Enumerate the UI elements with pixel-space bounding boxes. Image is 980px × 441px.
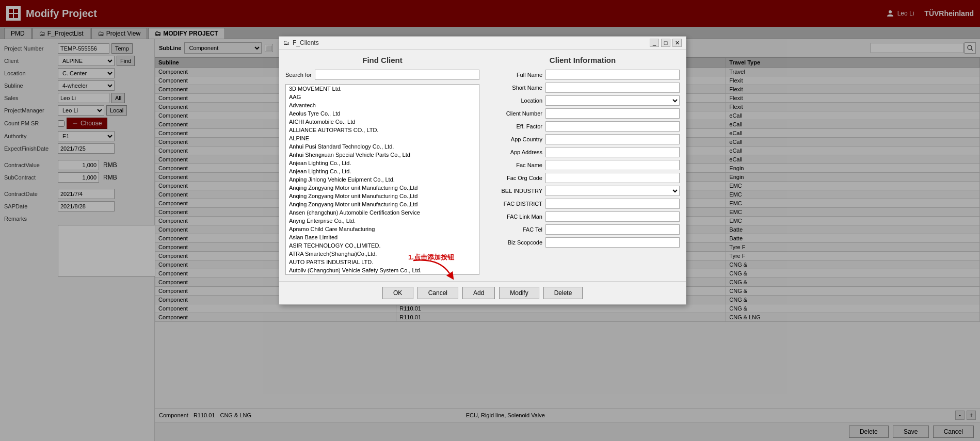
modal-controls: _ □ ✕ [650, 39, 682, 47]
info-input-field[interactable] [545, 160, 680, 170]
info-row: Client Number [486, 108, 680, 119]
client-list: 3D MOVEMENT Ltd.AAGAdvantechAeolus Tyre … [286, 85, 479, 274]
info-input-field[interactable] [545, 199, 680, 209]
list-item[interactable]: Ansen (changchun) Automobile Certificati… [286, 208, 479, 217]
info-input-field[interactable] [545, 173, 680, 183]
client-list-container: 3D MOVEMENT Ltd.AAGAdvantechAeolus Tyre … [285, 84, 479, 275]
info-input-field[interactable] [545, 211, 680, 222]
info-fields: Full NameShort NameLocationClient Number… [486, 70, 680, 248]
info-label: FAC Tel [486, 226, 542, 233]
list-item[interactable]: Autoliv (Changchun) Vehicle Safety Syste… [286, 266, 479, 274]
list-item[interactable]: Anqing Zongyang Motor unit Manufacturing… [286, 192, 479, 200]
info-row: Eff. Factor [486, 121, 680, 132]
info-row: Short Name [486, 83, 680, 93]
list-item[interactable]: Anping Jinlong Vehicle Euipment Co., Ltd… [286, 175, 479, 184]
modal-title: F_Clients [293, 39, 319, 46]
info-row: App Address [486, 147, 680, 157]
list-item[interactable]: Aeolus Tyre Co., Ltd [286, 109, 479, 118]
info-input-field[interactable] [545, 108, 680, 119]
find-client-panel: Find Client Search for 3D MOVEMENT Ltd.A… [285, 56, 479, 275]
info-input-field[interactable] [545, 224, 680, 235]
modal-add-button[interactable]: Add [462, 287, 495, 299]
list-item[interactable]: AUTO PARTS INDUSTRIAL LTD. [286, 258, 479, 266]
client-info-title: Client Information [486, 56, 680, 64]
info-label: Fac Name [486, 162, 542, 168]
list-item[interactable]: ASIR TECHNOLOGY CO.,LIMITED. [286, 241, 479, 250]
list-item[interactable]: ALPINE [286, 134, 479, 142]
client-info-panel: Client Information Full NameShort NameLo… [486, 56, 680, 275]
info-row: Location [486, 95, 680, 106]
info-row: FAC Tel [486, 224, 680, 235]
info-input-field[interactable] [545, 237, 680, 248]
info-input-field[interactable] [545, 121, 680, 132]
info-label: Client Number [486, 110, 542, 117]
modal-cancel-button[interactable]: Cancel [417, 287, 458, 299]
find-client-title: Find Client [285, 56, 479, 64]
info-select-field[interactable] [545, 186, 680, 196]
info-row: Full Name [486, 70, 680, 80]
info-input-field[interactable] [545, 70, 680, 80]
modal-titlebar: 🗂 F_Clients _ □ ✕ [279, 37, 686, 50]
modal-overlay: 🗂 F_Clients _ □ ✕ Find Client Search for [0, 0, 980, 441]
modal-icon: 🗂 [283, 39, 290, 46]
list-item[interactable]: Anjean Lighting Co., Ltd. [286, 167, 479, 175]
info-label: Fac Org Code [486, 175, 542, 181]
info-input-field[interactable] [545, 134, 680, 144]
modal-close-button[interactable]: ✕ [672, 39, 682, 47]
info-select-field[interactable] [545, 95, 680, 106]
info-label: Biz Scopcode [486, 239, 542, 246]
list-item[interactable]: Asian Base Limited [286, 233, 479, 241]
info-input-field[interactable] [545, 83, 680, 93]
list-item[interactable]: Anhui Shengxuan Special Vehicle Parts Co… [286, 151, 479, 159]
list-item[interactable]: Anhui Pusi Standard Technology Co., Ltd. [286, 142, 479, 151]
search-for-label: Search for [285, 72, 312, 78]
search-for-row: Search for [285, 70, 479, 80]
modal-minimize-button[interactable]: _ [650, 39, 659, 47]
info-label: Full Name [486, 72, 542, 78]
list-item[interactable]: ATRA Smartech(Shanghai)Co.,Ltd. [286, 250, 479, 258]
modal-modify-button[interactable]: Modify [499, 287, 539, 299]
info-row: Fac Name [486, 160, 680, 170]
info-label: Location [486, 97, 542, 104]
search-for-input[interactable] [315, 70, 479, 80]
info-label: App Country [486, 136, 542, 142]
list-item[interactable]: AICHI Automobile Co., Ltd [286, 118, 479, 126]
modal-ok-button[interactable]: OK [382, 287, 413, 299]
info-label: FAC Link Man [486, 214, 542, 220]
modal-delete-button[interactable]: Delete [543, 287, 583, 299]
modal-dialog: 🗂 F_Clients _ □ ✕ Find Client Search for [279, 36, 686, 305]
info-label: Eff. Factor [486, 123, 542, 129]
list-item[interactable]: Anqing Zongyang Motor unit Manufacturing… [286, 184, 479, 192]
list-item[interactable]: Advantech [286, 101, 479, 109]
info-row: FAC Link Man [486, 211, 680, 222]
info-row: App Country [486, 134, 680, 144]
info-row: FAC DISTRICT [486, 199, 680, 209]
list-item[interactable]: Apramo Child Care Manufacturing [286, 225, 479, 233]
info-row: BEL INDUSTRY [486, 186, 680, 196]
modal-footer: OK Cancel Add Modify Delete 1.点击添加按钮 [279, 281, 686, 304]
list-item[interactable]: ALLIANCE AUTOPARTS CO., LTD. [286, 126, 479, 134]
info-input-field[interactable] [545, 147, 680, 157]
info-label: BEL INDUSTRY [486, 188, 542, 194]
modal-maximize-button[interactable]: □ [661, 39, 670, 47]
info-label: FAC DISTRICT [486, 201, 542, 207]
list-item[interactable]: Anjean Lighting Co., Ltd. [286, 159, 479, 167]
list-item[interactable]: Anyng Enterprise Co., Ltd. [286, 217, 479, 225]
info-label: App Address [486, 149, 542, 155]
info-row: Biz Scopcode [486, 237, 680, 248]
info-row: Fac Org Code [486, 173, 680, 183]
list-item[interactable]: AAG [286, 93, 479, 101]
list-item[interactable]: Anqing Zongyang Motor unit Manufacturing… [286, 200, 479, 208]
list-item[interactable]: 3D MOVEMENT Ltd. [286, 85, 479, 93]
modal-body: Find Client Search for 3D MOVEMENT Ltd.A… [279, 50, 686, 281]
info-label: Short Name [486, 85, 542, 91]
